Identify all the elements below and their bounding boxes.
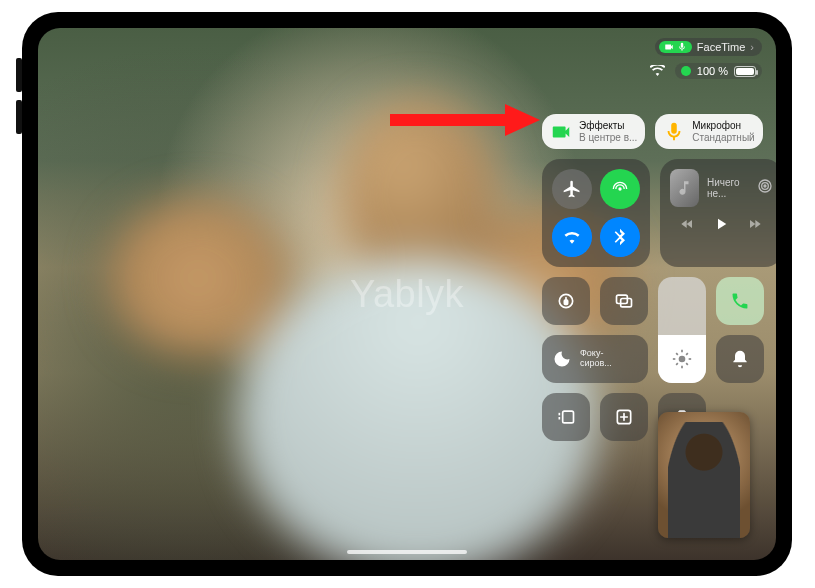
next-track-button[interactable]: [746, 216, 762, 236]
effects-subtitle: В центре в...: [579, 132, 637, 144]
svg-line-16: [686, 353, 688, 355]
focus-label-2: сиров...: [580, 359, 612, 369]
battery-percent: 100 %: [697, 65, 728, 77]
svg-point-3: [764, 185, 766, 187]
media-title: Ничего не...: [707, 177, 749, 199]
media-artwork: [670, 169, 699, 207]
stage-manager-button[interactable]: [542, 393, 590, 441]
svg-line-15: [676, 363, 678, 365]
mic-title: Микрофон: [692, 120, 754, 132]
svg-rect-17: [563, 411, 574, 423]
video-icon: [550, 121, 572, 143]
svg-marker-23: [505, 104, 540, 136]
screen-mirroring-button[interactable]: [600, 277, 648, 325]
silent-mode-toggle[interactable]: [716, 335, 764, 383]
play-button[interactable]: [712, 215, 730, 237]
svg-line-14: [686, 363, 688, 365]
facetime-status-pill[interactable]: FaceTime ›: [655, 38, 762, 56]
phone-button[interactable]: [716, 277, 764, 325]
media-panel[interactable]: Ничего не...: [660, 159, 776, 267]
watermark: Yablyk: [350, 273, 464, 316]
bluetooth-toggle[interactable]: [600, 217, 640, 257]
svg-line-13: [676, 353, 678, 355]
cellular-data-toggle[interactable]: [600, 169, 640, 209]
mic-icon: [663, 121, 685, 143]
effects-card[interactable]: Эффекты В центре в...: [542, 114, 645, 149]
wifi-toggle[interactable]: [552, 217, 592, 257]
focus-mode-button[interactable]: Фоку- сиров...: [542, 335, 648, 383]
camera-mic-active-indicator: [659, 41, 692, 53]
orientation-lock-toggle[interactable]: [542, 277, 590, 325]
mic-subtitle: Стандартный: [692, 132, 754, 144]
camera-in-use-dot: [681, 66, 691, 76]
facetime-label: FaceTime: [697, 41, 746, 53]
battery-icon: [734, 66, 756, 77]
chevron-right-icon: ›: [750, 41, 754, 53]
airplane-mode-toggle[interactable]: [552, 169, 592, 209]
control-center: Эффекты В центре в... Микрофон Стандартн…: [542, 114, 760, 441]
media-controls: [670, 215, 773, 237]
svg-point-0: [618, 187, 621, 190]
brightness-slider[interactable]: [658, 277, 706, 383]
annotation-arrow: [390, 102, 540, 138]
svg-point-8: [679, 356, 686, 363]
previous-track-button[interactable]: [680, 216, 696, 236]
notes-quick-button[interactable]: [600, 393, 648, 441]
home-indicator[interactable]: [347, 550, 467, 554]
status-area: FaceTime › 100 %: [650, 38, 762, 80]
self-view-pip[interactable]: [658, 412, 750, 538]
svg-rect-5: [564, 300, 567, 304]
battery-status: 100 %: [675, 63, 762, 79]
ipad-frame: Yablyk FaceTime › 100 %: [22, 12, 792, 576]
wifi-icon: [650, 62, 665, 80]
connectivity-panel[interactable]: [542, 159, 650, 267]
effects-title: Эффекты: [579, 120, 637, 132]
microphone-card[interactable]: Микрофон Стандартный: [655, 114, 762, 149]
airplay-icon[interactable]: [757, 178, 773, 198]
brightness-icon: [672, 349, 692, 373]
